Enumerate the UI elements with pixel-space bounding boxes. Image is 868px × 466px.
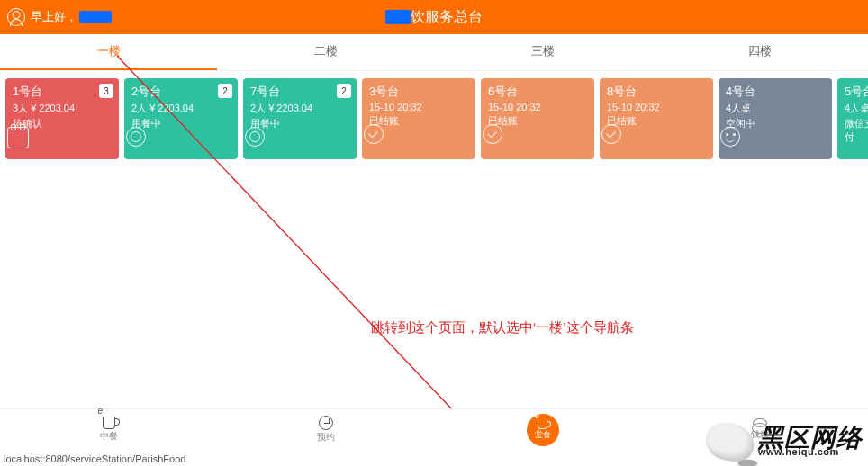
top-header: 早上好， 饮服务总台: [0, 0, 868, 34]
nav-reserve[interactable]: 预约: [217, 409, 434, 450]
floor-tabs: 一楼 二楼 三楼 四楼: [0, 34, 868, 71]
card-title: 7号台: [250, 84, 349, 100]
annotation-text: 跳转到这个页面，默认选中‘一楼’这个导航条: [371, 319, 634, 336]
table-card[interactable]: 5号台 4人桌 微信支付: [837, 78, 868, 159]
card-title: 4号台: [726, 84, 825, 100]
card-badge: 3: [99, 84, 113, 98]
table-card[interactable]: 1号台 3人 ¥ 2203.04 待确认 3: [5, 78, 119, 159]
cup-icon: [103, 417, 115, 429]
bottom-nav: 中餐 预约 堂食 钱款: [0, 408, 868, 450]
calendar-icon: [7, 127, 29, 148]
tab-floor-2[interactable]: 二楼: [217, 34, 434, 70]
nav-money[interactable]: 钱款: [651, 409, 868, 450]
card-info: 2人 ¥ 2203.04: [131, 102, 231, 115]
card-title: 2号台: [131, 84, 231, 100]
greeting-text: 早上好，: [31, 9, 77, 25]
card-status: 已结账: [369, 114, 468, 128]
table-card[interactable]: 7号台 2人 ¥ 2203.04 用餐中 2: [243, 78, 357, 159]
nav-dinein[interactable]: 中餐: [0, 409, 217, 450]
card-title: 8号台: [607, 84, 706, 100]
card-status: 空闲中: [726, 117, 825, 130]
title-mask: [385, 10, 411, 24]
card-info: 4人桌: [726, 102, 825, 115]
table-card[interactable]: 4号台 4人桌 空闲中: [719, 78, 832, 159]
table-card[interactable]: 6号台 15-10 20:32 已结账: [481, 78, 594, 159]
check-icon: [601, 124, 621, 144]
tab-floor-3[interactable]: 三楼: [434, 34, 651, 70]
table-card[interactable]: 2号台 2人 ¥ 2203.04 用餐中 2: [124, 78, 238, 159]
card-title: 3号台: [369, 84, 468, 100]
card-status: 微信支付: [845, 117, 868, 144]
card-info: 2人 ¥ 2203.04: [250, 102, 349, 115]
card-info: 15-10 20:32: [488, 102, 587, 112]
avatar-icon[interactable]: [7, 8, 25, 26]
card-info: 15-10 20:32: [369, 102, 468, 112]
check-icon: [483, 124, 502, 144]
check-icon: [364, 124, 384, 144]
card-status: 用餐中: [250, 117, 349, 130]
card-status: 已结账: [488, 114, 587, 128]
cup-icon: [538, 419, 547, 429]
table-card[interactable]: 3号台 15-10 20:32 已结账: [362, 78, 475, 159]
card-status: 用餐中: [131, 117, 231, 130]
tab-floor-1[interactable]: 一楼: [0, 34, 217, 70]
coins-icon: [753, 418, 767, 427]
card-title: 5号台: [845, 84, 868, 100]
status-bar: localhost:8080/serviceStation/ParishFood: [0, 452, 189, 466]
dish-icon: [126, 127, 146, 147]
tab-floor-4[interactable]: 四楼: [651, 34, 868, 70]
card-title: 6号台: [488, 84, 587, 100]
card-status: 已结账: [607, 114, 706, 128]
greeting-mask: [79, 11, 112, 23]
face-icon: [720, 127, 740, 147]
clock-icon: [319, 416, 333, 430]
nav-label: 预约: [317, 431, 335, 444]
card-info: 4人桌: [845, 102, 868, 115]
nav-hall-food[interactable]: 堂食: [434, 409, 651, 450]
nav-label: 堂食: [535, 429, 551, 441]
table-card[interactable]: 8号台 15-10 20:32 已结账: [600, 78, 713, 159]
card-info: 15-10 20:32: [607, 102, 706, 112]
card-badge: 2: [218, 84, 232, 98]
card-badge: 2: [337, 84, 351, 98]
card-info: 3人 ¥ 2203.04: [13, 102, 112, 115]
table-cards-row: 1号台 3人 ¥ 2203.04 待确认 3 2号台 2人 ¥ 2203.04 …: [0, 71, 868, 159]
card-title: 1号台: [13, 84, 112, 100]
dish-icon: [245, 127, 265, 147]
page-title: 饮服务总台: [411, 8, 483, 27]
nav-label: 中餐: [100, 430, 118, 443]
